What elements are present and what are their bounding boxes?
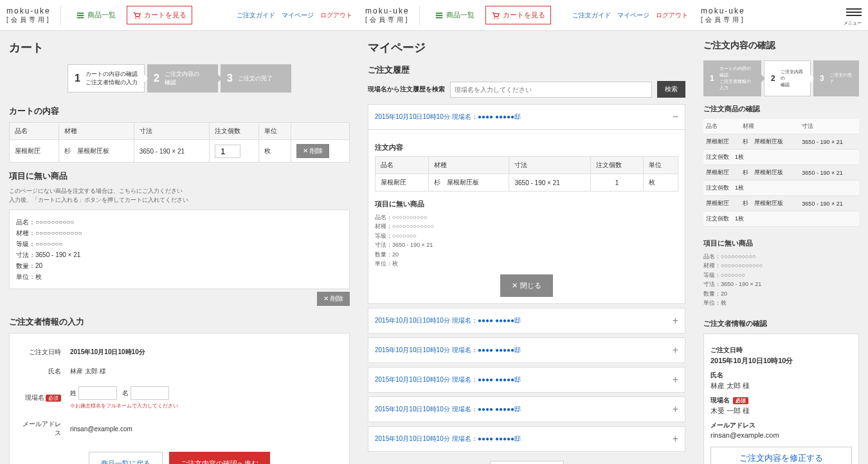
svg-point-9 [497, 17, 498, 19]
history-item[interactable]: 2015年10月10日10時10分現場名：●●●● ●●●●●邸+ [368, 397, 685, 422]
header: moku-uke[会員専用] 商品一覧 カートを見る ご注文ガイド マイページ … [359, 0, 694, 31]
history-header[interactable]: 2015年10月10日10時10分 現場名：●●●● ●●●●●邸 − [368, 105, 685, 129]
confirm-orderer-heading: ご注文者情報の確認 [703, 319, 859, 328]
link-logout[interactable]: ログアウト [656, 11, 688, 20]
logo: moku-uke[会員専用] [701, 7, 746, 22]
svg-rect-6 [435, 15, 442, 16]
edit-order-button[interactable]: ご注文内容を修正する [710, 447, 852, 464]
svg-point-8 [494, 17, 495, 19]
free-item-note: このページにない商品を注文する場合は、こちらにご入力ください 入力後、「カートに… [9, 187, 350, 204]
menu-button[interactable] [846, 4, 862, 20]
orderer-heading: ご注文者情報の入力 [9, 316, 350, 328]
cart-contents-heading: カートの内容 [9, 105, 350, 117]
svg-point-3 [135, 17, 136, 19]
history-item[interactable]: 2015年10月10日10時10分現場名：●●●● ●●●●●邸+ [368, 426, 685, 452]
expand-icon: + [673, 315, 678, 326]
link-logout[interactable]: ログアウト [320, 11, 352, 20]
orderer-form: ご注文日時 2015年10月10日10時10分 氏名 林産 太郎 様 現場名必須… [9, 333, 350, 464]
history-item[interactable]: 2015年10月10日10時10分現場名：●●●● ●●●●●邸+ [368, 308, 685, 334]
collapse-icon: − [673, 111, 678, 123]
link-mypage[interactable]: マイページ [282, 11, 314, 20]
history-search-input[interactable] [450, 82, 652, 98]
back-to-products-button[interactable]: 商品一覧に戻る [490, 461, 564, 464]
svg-rect-1 [77, 15, 84, 16]
header: moku-uke [会員専用] 商品一覧 カートを見る ご注文ガイド マイページ… [0, 0, 359, 31]
step-1: 1カートの内容の確認 ご注文者情報の入力 [68, 64, 145, 93]
expand-icon: + [673, 344, 678, 356]
logo: moku-uke [会員専用] [6, 7, 51, 22]
confirm-table: 品名材種寸法 屋根耐圧杉 屋根耐圧板3650 - 190 × 21 注文個数 1… [703, 119, 859, 227]
nav-cart[interactable]: カートを見る [127, 6, 192, 24]
confirm-free-heading: 項目に無い商品 [703, 238, 859, 248]
cart-icon [132, 11, 141, 20]
cart-table: 品名 材種 寸法 注文個数 単位 屋根耐圧 杉 屋根耐圧板 3650 - 190… [9, 122, 350, 163]
page-title: カート [9, 40, 350, 55]
link-guide[interactable]: ご注文ガイド [237, 11, 275, 20]
confirm-products-heading: ご注文商品の確認 [703, 104, 859, 114]
logo: moku-uke[会員専用] [365, 7, 410, 22]
search-button[interactable]: 検索 [657, 81, 685, 98]
close-history-button[interactable]: ✕ 閉じる [500, 274, 552, 297]
site-mei-input[interactable] [131, 386, 169, 400]
expand-icon: + [673, 404, 678, 415]
progress-steps: 1カートの内容の確認 ご注文者情報の入力 2ご注文内容の 確認 3ご注文の完了 [703, 60, 859, 96]
list-icon [435, 11, 444, 20]
svg-rect-5 [435, 12, 442, 13]
history-item-expanded: 2015年10月10日10時10分 現場名：●●●● ●●●●●邸 − 注文内容… [368, 104, 685, 304]
nav-cart[interactable]: カートを見る [485, 6, 551, 24]
cart-row: 屋根耐圧 杉 屋根耐圧板 3650 - 190 × 21 枚 削除 [10, 140, 350, 163]
history-item[interactable]: 2015年10月10日10時10分現場名：●●●● ●●●●●邸+ [368, 367, 685, 393]
back-to-products-button[interactable]: 商品一覧に戻る [89, 452, 163, 464]
step-2: 2ご注文内容の 確認 [764, 60, 811, 96]
svg-rect-2 [77, 17, 84, 18]
qty-input[interactable] [215, 145, 240, 158]
delete-row-button[interactable]: 削除 [296, 144, 329, 158]
nav-products[interactable]: 商品一覧 [429, 6, 480, 24]
history-item[interactable]: 2015年10月10日10時10分現場名：●●●● ●●●●●邸+ [368, 337, 685, 363]
list-icon [76, 11, 85, 20]
free-item-box[interactable]: 品名：○○○○○○○○○○ 材種：○○○○○○○○○○○○ 等級：○○○○○○○… [9, 210, 350, 289]
delete-free-button[interactable]: 削除 [317, 292, 350, 306]
link-guide[interactable]: ご注文ガイド [572, 11, 611, 20]
cart-icon [491, 11, 500, 20]
step-2: 2ご注文内容の 確認 [147, 64, 218, 93]
step-3: 3ご注文の完了 [813, 60, 859, 96]
step-3: 3ご注文の完了 [221, 64, 291, 93]
free-item-heading: 項目に無い商品 [9, 170, 350, 182]
proceed-confirm-button[interactable]: ご注文内容の確認へ進む [169, 452, 270, 464]
step-1: 1カートの内容の確認 ご注文者情報の入力 [703, 60, 761, 96]
nav-products[interactable]: 商品一覧 [70, 6, 122, 24]
link-mypage[interactable]: マイページ [617, 11, 649, 20]
expand-icon: + [673, 433, 678, 445]
progress-steps: 1カートの内容の確認 ご注文者情報の入力 2ご注文内容の 確認 3ご注文の完了 [9, 64, 350, 93]
history-heading: ご注文履歴 [368, 64, 685, 76]
site-sei-input[interactable] [78, 386, 117, 400]
header: moku-uke[会員専用] メニュー [694, 0, 868, 31]
svg-point-4 [138, 17, 140, 19]
expand-icon: + [673, 374, 678, 386]
svg-rect-0 [77, 12, 84, 13]
page-title: マイページ [368, 40, 685, 55]
svg-rect-7 [435, 17, 442, 18]
page-title: ご注文内容の確認 [703, 40, 859, 51]
